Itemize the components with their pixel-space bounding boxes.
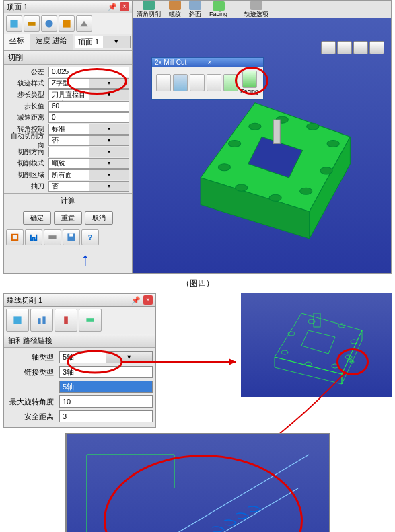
p2-tool-4[interactable] [79,309,102,332]
bottom-icon-1[interactable] [6,229,24,245]
chevron-down-icon: ▾ [89,90,129,100]
op-facing[interactable]: Facing [209,1,227,17]
pin-icon[interactable]: 📌 [108,3,117,11]
chevron-down-icon: ▾ [103,36,130,48]
chevron-down-icon: ▾ [89,147,129,157]
3d-viewport[interactable]: 清角切削 螺纹 斜面 Facing 轨迹选项 2x Mill-Cut× Faci… [133,1,391,273]
pin-icon[interactable]: 📌 [131,296,141,305]
p2-tool-2[interactable] [30,309,53,332]
svg-point-19 [269,194,281,201]
param-label: 切削方向 [7,147,48,157]
p2-field-4[interactable]: 3 [59,410,153,422]
svg-point-36 [281,350,288,354]
svg-point-12 [228,140,240,147]
svg-rect-4 [12,235,17,240]
svg-rect-7 [69,233,73,236]
svg-point-16 [327,140,339,147]
bottom-icon-3[interactable] [44,229,61,245]
bottom-icon-2[interactable] [25,229,42,245]
close-icon[interactable]: × [120,2,129,11]
svg-point-15 [307,123,319,130]
p2-tool-1[interactable] [6,309,29,332]
p2-label: 轴类型 [7,352,59,363]
param-field-1[interactable]: Z字型▾ [48,78,129,89]
param-label: 切削模式 [7,159,48,168]
surface-dropdown[interactable]: 顶面 1▾ [75,36,131,48]
svg-point-38 [332,364,338,368]
p2-field-2[interactable]: 5轴 [59,381,153,393]
op-thread[interactable]: 螺纹 [169,1,181,19]
close-icon[interactable]: × [143,295,153,305]
svg-point-37 [305,362,312,366]
param-label: 减速距离 [7,113,48,122]
tab-coord[interactable]: 坐标 [4,34,30,50]
param-field-3[interactable]: 60 [48,101,129,112]
param-field-0[interactable]: 0.025 [48,67,129,77]
p2-field-3[interactable]: 10 [59,395,153,408]
svg-point-2 [45,20,52,27]
chevron-down-icon: ▾ [89,79,129,88]
tool-btn-1[interactable] [6,15,22,32]
save-icon[interactable] [63,229,80,245]
chevron-down-icon: ▾ [89,124,129,134]
tool-btn-5[interactable] [76,15,92,32]
op-bevel[interactable]: 斜面 [189,1,201,19]
zoom-view[interactable] [65,433,330,532]
svg-marker-29 [275,357,342,384]
op-clearcut[interactable]: 清角切削 [137,1,161,19]
svg-rect-22 [273,120,280,143]
svg-line-55 [275,455,309,475]
p2-section: 轴和路径链接 [4,334,155,348]
svg-rect-24 [38,318,40,324]
svg-point-20 [300,188,312,194]
tab-speed[interactable]: 速度 进给 [30,34,73,50]
svg-rect-1 [28,22,35,26]
chevron-down-icon: ▾ [89,159,129,168]
chevron-down-icon: ▾ [89,182,129,191]
param-field-4[interactable]: 0 [48,112,129,123]
param-label: 步长值 [7,102,48,111]
op-pathopts[interactable]: 轨迹选项 [244,1,268,19]
param-field-6[interactable]: 否▾ [48,135,129,146]
svg-line-54 [179,488,298,532]
calc-button[interactable]: 计算 [4,193,132,208]
svg-marker-31 [301,330,335,354]
arrow-up-icon: ↑ [81,249,90,270]
tool-btn-4[interactable] [59,15,75,32]
tool-btn-3[interactable] [41,15,57,32]
param-field-9[interactable]: 所有面▾ [48,169,129,180]
p2-label: 链接类型 [7,367,59,377]
svg-marker-45 [229,358,236,365]
p2-field-0[interactable]: 5轴▼ [59,351,153,363]
cancel-button[interactable]: 取消 [85,211,113,225]
section-header: 切削 [4,50,132,65]
param-field-5[interactable]: 标准▾ [48,124,129,135]
svg-rect-5 [48,235,56,239]
svg-point-17 [218,164,230,171]
svg-rect-25 [42,316,45,324]
param-label: 切削区域 [7,170,48,180]
wireframe-view[interactable] [241,293,392,397]
param-field-7[interactable]: ▾ [48,147,129,157]
help-icon[interactable]: ? [81,229,99,245]
tabs: 坐标 速度 进给 顶面 1▾ [4,34,132,50]
panel2-title: 螺线切削 1 [7,295,131,305]
param-field-10[interactable]: 否▾ [48,181,129,192]
param-field-8[interactable]: 顺铣▾ [48,158,129,169]
p2-tool-3[interactable] [55,309,77,332]
p2-field-1[interactable]: 3轴 [59,366,153,378]
operation-strip: 清角切削 螺纹 斜面 Facing 轨迹选项 [133,1,391,18]
param-field-2[interactable]: 刀具直径百分比▾ [48,89,129,100]
panel-titlebar: 顶面 1 📌 × [4,1,132,13]
param-label: 抽刀 [7,182,48,191]
reset-button[interactable]: 重置 [54,211,82,225]
chevron-down-icon: ▾ [89,136,129,145]
param-label: 轨迹样式 [7,79,48,88]
svg-rect-23 [13,316,21,324]
svg-rect-3 [63,20,70,27]
svg-marker-28 [275,313,362,374]
ok-button[interactable]: 确定 [23,211,51,225]
tool-btn-2[interactable] [24,15,40,32]
p2-label: 最大旋转角度 [7,397,59,407]
panel-title: 顶面 1 [7,2,108,12]
